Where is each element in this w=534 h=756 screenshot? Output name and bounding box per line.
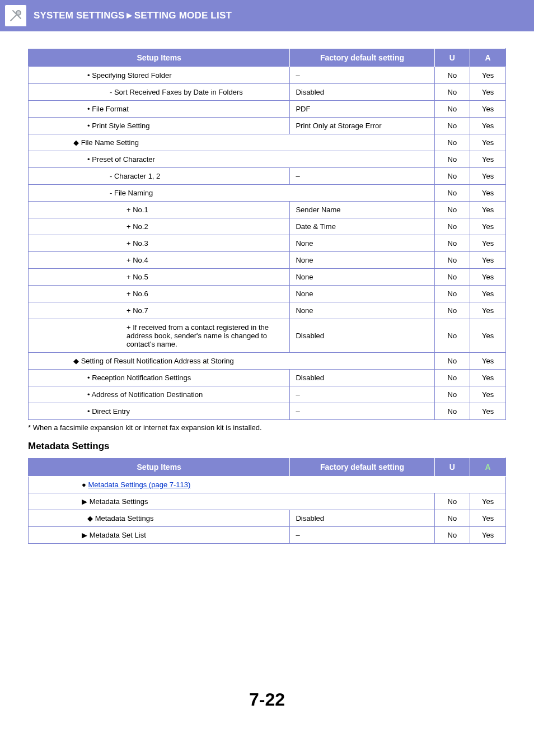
- a-cell: Yes: [470, 493, 506, 510]
- table-row: ▶ Metadata SettingsNoYes: [29, 493, 506, 510]
- row-label: Specifying Stored Folder: [92, 71, 171, 80]
- a-cell: Yes: [470, 185, 506, 202]
- factory-default-cell: Date & Time: [290, 218, 434, 235]
- table-row: + No.4NoneNoYes: [29, 252, 506, 269]
- a-cell: Yes: [470, 151, 506, 168]
- row-label: No.1: [133, 206, 148, 214]
- table-row: ◆ Metadata SettingsDisabledNoYes: [29, 510, 506, 527]
- settings-table-1: Setup Items Factory default setting U A …: [28, 48, 506, 420]
- u-cell: No: [434, 235, 470, 252]
- th2-u: U: [434, 458, 470, 477]
- metadata-settings-link[interactable]: Metadata Settings (page 7-113): [88, 480, 190, 489]
- row-label: No.7: [133, 306, 148, 315]
- u-cell: No: [434, 151, 470, 168]
- header-banner: SYSTEM SETTINGS►SETTING MODE LIST: [0, 0, 534, 31]
- row-label: No.2: [133, 222, 148, 231]
- setup-item-cell: + No.7: [29, 302, 290, 319]
- a-cell: Yes: [470, 286, 506, 302]
- a-cell: Yes: [470, 218, 506, 235]
- table-row: • Direct Entry–NoYes: [29, 403, 506, 420]
- a-cell: Yes: [470, 101, 506, 118]
- a-cell: Yes: [470, 386, 506, 403]
- setup-item-cell: + No.6: [29, 286, 290, 302]
- setup-item-cell: - Sort Received Faxes by Date in Folders: [29, 84, 290, 101]
- u-cell: No: [434, 386, 470, 403]
- th2-factory: Factory default setting: [290, 458, 434, 477]
- table-row: • Reception Notification SettingsDisable…: [29, 370, 506, 386]
- row-label: File Name Setting: [81, 138, 139, 147]
- th2-a: A: [470, 458, 506, 477]
- row-label: Print Style Setting: [92, 122, 149, 130]
- setup-item-cell: ◆ Metadata Settings: [29, 510, 290, 527]
- table-row: + No.6NoneNoYes: [29, 286, 506, 302]
- table-row: - Character 1, 2–NoYes: [29, 168, 506, 185]
- row-label: Metadata Settings: [95, 514, 154, 522]
- table-row: + No.7NoneNoYes: [29, 302, 506, 319]
- u-cell: No: [434, 118, 470, 134]
- table-row: • File FormatPDFNoYes: [29, 101, 506, 118]
- setup-item-cell: ● Metadata Settings (page 7-113): [29, 477, 506, 493]
- factory-default-cell: –: [290, 168, 434, 185]
- setup-item-cell: ◆ File Name Setting: [29, 134, 435, 151]
- banner-title: SYSTEM SETTINGS►SETTING MODE LIST: [34, 10, 232, 21]
- factory-default-cell: None: [290, 252, 434, 269]
- a-cell: Yes: [470, 84, 506, 101]
- table-row: - File NamingNoYes: [29, 185, 506, 202]
- u-cell: No: [434, 218, 470, 235]
- table-row: ▶ Metadata Set List–NoYes: [29, 527, 506, 544]
- row-label: Setting of Result Notification Address a…: [81, 357, 234, 365]
- row-label: File Format: [92, 105, 129, 113]
- setup-item-cell: + No.5: [29, 269, 290, 286]
- u-cell: No: [434, 493, 470, 510]
- th-a: A: [470, 49, 506, 67]
- table-row: • Address of Notification Destination–No…: [29, 386, 506, 403]
- wrench-screwdriver-icon: [4, 4, 27, 27]
- row-label: Direct Entry: [92, 407, 130, 416]
- table-row: - Sort Received Faxes by Date in Folders…: [29, 84, 506, 101]
- factory-default-cell: Print Only at Storage Error: [290, 118, 434, 134]
- section-heading-metadata: Metadata Settings: [28, 441, 506, 452]
- factory-default-cell: –: [290, 527, 434, 544]
- u-cell: No: [434, 319, 470, 353]
- setup-item-cell: • Preset of Character: [29, 151, 435, 168]
- factory-default-cell: None: [290, 235, 434, 252]
- a-cell: Yes: [470, 370, 506, 386]
- setup-item-cell: ▶ Metadata Set List: [29, 527, 290, 544]
- setup-item-cell: • Print Style Setting: [29, 118, 290, 134]
- factory-default-cell: Disabled: [290, 370, 434, 386]
- u-cell: No: [434, 302, 470, 319]
- a-cell: Yes: [470, 202, 506, 218]
- factory-default-cell: Disabled: [290, 510, 434, 527]
- setup-item-cell: + No.4: [29, 252, 290, 269]
- factory-default-cell: –: [290, 403, 434, 420]
- table-row: + No.3NoneNoYes: [29, 235, 506, 252]
- table-row: • Print Style SettingPrint Only at Stora…: [29, 118, 506, 134]
- setup-item-cell: • File Format: [29, 101, 290, 118]
- table-row: ◆ Setting of Result Notification Address…: [29, 353, 506, 370]
- u-cell: No: [434, 185, 470, 202]
- row-label: Metadata Set List: [90, 531, 146, 539]
- table-row: + No.5NoneNoYes: [29, 269, 506, 286]
- u-cell: No: [434, 370, 470, 386]
- a-cell: Yes: [470, 403, 506, 420]
- th-setup: Setup Items: [29, 49, 290, 67]
- a-cell: Yes: [470, 168, 506, 185]
- row-label: No.6: [133, 290, 148, 298]
- row-label: No.5: [133, 273, 148, 281]
- setup-item-cell: • Direct Entry: [29, 403, 290, 420]
- a-cell: Yes: [470, 235, 506, 252]
- a-cell: Yes: [470, 67, 506, 84]
- table-row: + If received from a contact registered …: [29, 319, 506, 353]
- settings-table-2: Setup Items Factory default setting U A …: [28, 458, 506, 544]
- a-cell: Yes: [470, 353, 506, 370]
- u-cell: No: [434, 202, 470, 218]
- u-cell: No: [434, 527, 470, 544]
- factory-default-cell: Sender Name: [290, 202, 434, 218]
- a-cell: Yes: [470, 134, 506, 151]
- u-cell: No: [434, 252, 470, 269]
- factory-default-cell: –: [290, 386, 434, 403]
- u-cell: No: [434, 510, 470, 527]
- page-number: 7-22: [0, 689, 534, 727]
- factory-default-cell: None: [290, 286, 434, 302]
- u-cell: No: [434, 403, 470, 420]
